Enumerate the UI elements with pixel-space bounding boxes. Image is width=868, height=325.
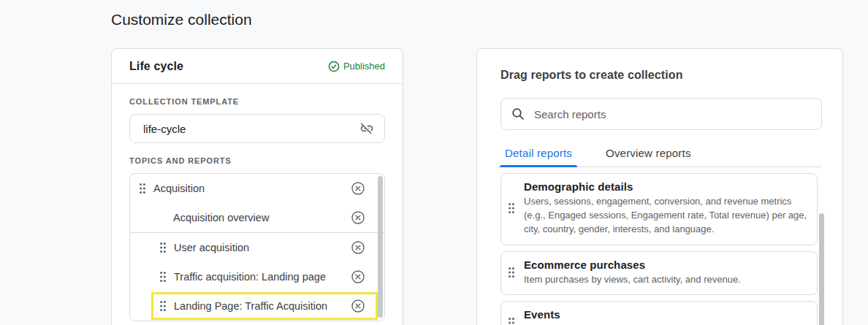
topic-label: Acquisition — [153, 183, 351, 194]
published-badge: Published — [328, 61, 385, 72]
report-card-description: Users, sessions, engagement, conversion,… — [524, 195, 811, 237]
template-input[interactable] — [142, 122, 354, 136]
report-card-title: Demographic details — [524, 180, 811, 193]
remove-icon[interactable] — [351, 269, 365, 284]
report-row-landing-page-highlighted[interactable]: Landing Page: Traffic Acquisition — [130, 291, 384, 321]
report-card-description: Item purchases by views, cart activity, … — [524, 273, 811, 287]
report-label: Traffic acquisition: Landing page — [174, 271, 351, 283]
template-field — [129, 114, 385, 143]
drag-handle-icon[interactable] — [508, 202, 515, 214]
report-label: Landing Page: Traffic Acquisition — [174, 300, 351, 312]
remove-icon[interactable] — [351, 210, 365, 225]
tab-detail-reports[interactable]: Detail reports — [500, 146, 576, 167]
topic-row-acquisition[interactable]: Acquisition — [130, 174, 384, 203]
drag-handle-icon[interactable] — [159, 271, 167, 283]
search-icon — [511, 107, 525, 121]
remove-icon[interactable] — [351, 299, 365, 313]
drag-handle-icon[interactable] — [508, 317, 515, 325]
published-badge-label: Published — [343, 61, 385, 72]
template-section-label: COLLECTION TEMPLATE — [129, 97, 385, 106]
report-label: Acquisition overview — [173, 212, 351, 223]
search-input[interactable] — [533, 107, 811, 121]
report-row-acquisition-overview[interactable]: Acquisition overview — [130, 203, 384, 232]
report-row-user-acquisition[interactable]: User acquisition — [130, 233, 384, 262]
report-card-title: Events — [524, 308, 811, 321]
collection-title: Life cycle — [129, 60, 183, 73]
report-library-title: Drag reports to create collection — [500, 69, 822, 82]
tab-overview-reports[interactable]: Overview reports — [601, 146, 696, 167]
topics-list: Acquisition Acquisition overview — [129, 173, 385, 321]
drag-handle-icon[interactable] — [139, 183, 146, 194]
remove-icon[interactable] — [351, 181, 365, 196]
report-list-scrollbar[interactable] — [819, 213, 824, 325]
collection-header: Life cycle Published — [112, 49, 403, 84]
search-box — [500, 98, 822, 130]
drag-handle-icon[interactable] — [159, 242, 167, 253]
report-tabs: Detail reports Overview reports — [500, 146, 822, 167]
check-circle-icon — [328, 61, 340, 72]
collection-panel: Life cycle Published COLLECTION TEMPLATE… — [111, 48, 403, 325]
report-card-title: Ecommerce purchases — [524, 259, 811, 271]
topics-scrollbar[interactable] — [378, 176, 383, 318]
report-library-panel: Drag reports to create collection Detail… — [476, 48, 843, 325]
report-list: Demographic details Users, sessions, eng… — [500, 173, 818, 325]
page-title: Customize collection — [111, 9, 252, 30]
report-card-ecommerce-purchases[interactable]: Ecommerce purchases Item purchases by vi… — [500, 251, 818, 296]
drag-handle-icon[interactable] — [508, 267, 515, 278]
report-card-events[interactable]: Events Event count by event name, along … — [500, 301, 818, 325]
link-off-icon[interactable] — [359, 121, 374, 136]
page: { "page": { "title": "Customize collecti… — [0, 0, 868, 325]
drag-handle-icon[interactable] — [159, 300, 167, 312]
remove-icon[interactable] — [351, 240, 365, 255]
topics-section-label: TOPICS AND REPORTS — [129, 156, 385, 165]
report-card-demographic-details[interactable]: Demographic details Users, sessions, eng… — [500, 173, 818, 245]
report-label: User acquisition — [174, 242, 351, 253]
report-row-traffic-acquisition[interactable]: Traffic acquisition: Landing page — [130, 262, 384, 291]
